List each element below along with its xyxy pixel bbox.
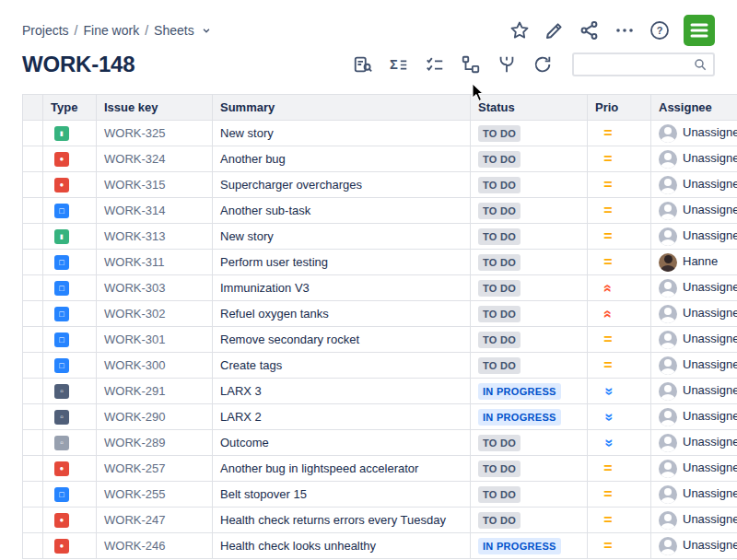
priority-icon[interactable] (601, 178, 615, 192)
table-row[interactable]: WORK-247 Health check returns errors eve… (23, 508, 737, 533)
issue-key[interactable]: WORK-325 (97, 121, 213, 146)
issue-key[interactable]: WORK-291 (97, 379, 213, 404)
priority-icon[interactable] (601, 358, 615, 373)
issue-key[interactable]: WORK-246 (97, 533, 213, 559)
issue-summary[interactable]: Health check looks unhealthy (213, 533, 471, 559)
status-badge[interactable]: TO DO (478, 254, 521, 271)
issue-key[interactable]: WORK-302 (97, 301, 213, 327)
table-row[interactable]: WORK-311 Perform user testing TO DO Hann… (23, 250, 737, 275)
table-row[interactable]: WORK-290 LARX 2 IN PROGRESS Unassigned (23, 404, 737, 430)
detail-view-icon[interactable] (353, 54, 373, 75)
status-badge[interactable]: TO DO (478, 486, 521, 503)
status-badge[interactable]: TO DO (478, 125, 521, 142)
column-header-summary[interactable]: Summary (213, 95, 471, 121)
status-badge[interactable]: IN PROGRESS (478, 538, 561, 554)
priority-icon[interactable] (601, 307, 615, 321)
table-row[interactable]: WORK-325 New story TO DO Unassigned (23, 121, 737, 146)
breadcrumb-projects[interactable]: Projects (22, 23, 69, 38)
issue-summary[interactable]: Another bug (213, 146, 471, 172)
issue-summary[interactable]: Immunization V3 (213, 275, 471, 301)
share-icon[interactable] (579, 19, 601, 41)
table-row[interactable]: WORK-303 Immunization V3 TO DO Unassigne… (23, 275, 737, 301)
priority-icon[interactable] (601, 204, 615, 218)
table-row[interactable]: WORK-289 Outcome TO DO Unassigned (23, 430, 737, 456)
status-badge[interactable]: TO DO (478, 177, 521, 193)
table-row[interactable]: WORK-257 Another bug in lightspeed accel… (23, 456, 737, 482)
breadcrumb-sheets[interactable]: Sheets (154, 23, 194, 38)
priority-icon[interactable] (601, 281, 615, 296)
table-row[interactable]: WORK-246 Health check looks unhealthy IN… (23, 533, 737, 559)
refresh-icon[interactable] (532, 54, 553, 75)
status-badge[interactable]: IN PROGRESS (478, 383, 561, 400)
priority-icon[interactable] (601, 332, 615, 347)
column-header-issue-key[interactable]: Issue key (97, 95, 213, 121)
help-icon[interactable]: ? (649, 19, 671, 41)
priority-icon[interactable] (601, 436, 615, 450)
issue-key[interactable]: WORK-314 (97, 198, 213, 224)
status-badge[interactable]: TO DO (478, 357, 521, 374)
column-header-type[interactable]: Type (43, 95, 97, 121)
status-badge[interactable]: IN PROGRESS (478, 409, 561, 426)
column-header-prio[interactable]: Prio (588, 95, 651, 121)
issue-key[interactable]: WORK-301 (97, 327, 213, 353)
issue-summary[interactable]: New story (213, 121, 471, 146)
star-icon[interactable] (509, 19, 531, 41)
issue-summary[interactable]: Another bug in lightspeed accelerator (213, 456, 471, 482)
issue-summary[interactable]: LARX 2 (213, 404, 471, 430)
merge-icon[interactable] (497, 54, 517, 75)
hierarchy-icon[interactable] (461, 54, 481, 75)
issue-summary[interactable]: Health check returns errors every Tuesda… (213, 508, 471, 533)
table-row[interactable]: WORK-315 Supercharger overcharges TO DO … (23, 172, 737, 198)
sum-icon[interactable]: Σ (389, 54, 409, 75)
more-icon[interactable] (614, 19, 636, 41)
priority-icon[interactable] (601, 461, 615, 476)
issue-summary[interactable]: New story (213, 224, 471, 250)
status-badge[interactable]: TO DO (478, 151, 521, 168)
priority-icon[interactable] (601, 229, 615, 244)
priority-icon[interactable] (601, 152, 615, 167)
priority-icon[interactable] (601, 410, 615, 425)
issue-key[interactable]: WORK-313 (97, 224, 213, 250)
table-row[interactable]: WORK-291 LARX 3 IN PROGRESS Unassigned (23, 379, 737, 404)
issue-key[interactable]: WORK-315 (97, 172, 213, 198)
status-badge[interactable]: TO DO (478, 512, 521, 529)
chevron-down-icon[interactable] (200, 24, 213, 37)
table-row[interactable]: WORK-302 Refuel oxygen tanks TO DO Unass… (23, 301, 737, 327)
status-badge[interactable]: TO DO (478, 306, 521, 322)
status-badge[interactable]: TO DO (478, 228, 521, 245)
table-row[interactable]: WORK-324 Another bug TO DO Unassigned (23, 146, 737, 172)
edit-icon[interactable] (544, 19, 566, 41)
issue-key[interactable]: WORK-290 (97, 404, 213, 430)
app-logo[interactable] (684, 15, 715, 46)
status-badge[interactable]: TO DO (478, 203, 521, 219)
table-row[interactable]: WORK-255 Belt stopover 15 TO DO Unassign… (23, 482, 737, 508)
status-badge[interactable]: TO DO (478, 280, 521, 297)
issue-summary[interactable]: Another sub-task (213, 198, 471, 224)
search-input[interactable] (579, 57, 693, 73)
issue-summary[interactable]: Refuel oxygen tanks (213, 301, 471, 327)
issue-key[interactable]: WORK-255 (97, 482, 213, 508)
table-row[interactable]: WORK-300 Create tags TO DO Unassigned (23, 353, 737, 379)
issue-summary[interactable]: Perform user testing (213, 250, 471, 275)
table-row[interactable]: WORK-313 New story TO DO Unassigned (23, 224, 737, 250)
issue-summary[interactable]: LARX 3 (213, 379, 471, 404)
issue-summary[interactable]: Remove secondary rocket (213, 327, 471, 353)
status-badge[interactable]: TO DO (478, 461, 521, 477)
issue-key[interactable]: WORK-311 (97, 250, 213, 275)
priority-icon[interactable] (601, 539, 615, 554)
issue-key[interactable]: WORK-247 (97, 508, 213, 533)
issue-summary[interactable]: Belt stopover 15 (213, 482, 471, 508)
status-badge[interactable]: TO DO (478, 435, 521, 451)
table-row[interactable]: WORK-314 Another sub-task TO DO Unassign… (23, 198, 737, 224)
priority-icon[interactable] (601, 513, 615, 528)
issue-key[interactable]: WORK-257 (97, 456, 213, 482)
issue-key[interactable]: WORK-289 (97, 430, 213, 456)
issue-key[interactable]: WORK-324 (97, 146, 213, 172)
column-header-assignee[interactable]: Assignee (651, 95, 737, 121)
issue-summary[interactable]: Supercharger overcharges (213, 172, 471, 198)
priority-icon[interactable] (601, 255, 615, 270)
breadcrumb-fine-work[interactable]: Fine work (83, 23, 139, 38)
priority-icon[interactable] (601, 126, 615, 141)
issue-key[interactable]: WORK-300 (97, 353, 213, 379)
table-row[interactable]: WORK-301 Remove secondary rocket TO DO U… (23, 327, 737, 353)
